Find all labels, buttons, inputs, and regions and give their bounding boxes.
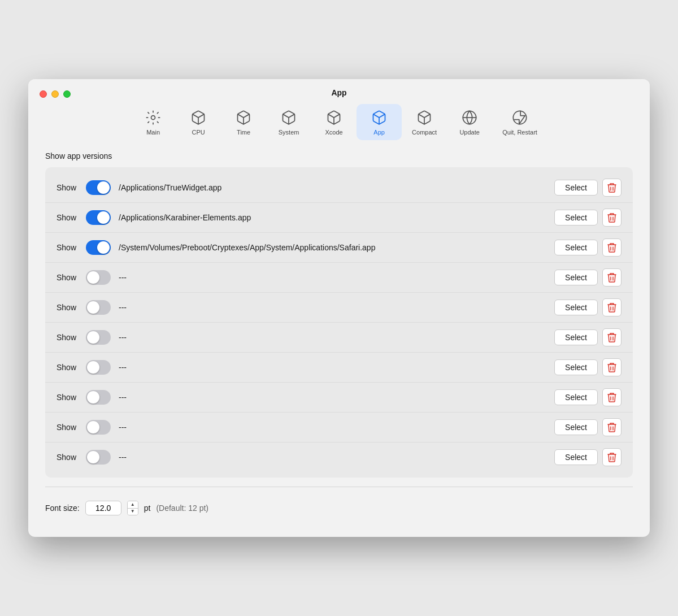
tab-system-label: System <box>279 129 299 136</box>
row-1-select-button[interactable]: Select <box>554 180 598 196</box>
row-8-path: --- <box>119 393 546 402</box>
gear-icon <box>144 109 162 127</box>
app-window: App Main <box>28 79 650 537</box>
row-9-path: --- <box>119 423 546 432</box>
font-size-stepper[interactable]: ▲ ▼ <box>127 501 138 515</box>
row-9-label: Show <box>56 423 78 432</box>
row-10-delete-button[interactable] <box>602 448 621 466</box>
row-9-select-button[interactable]: Select <box>554 419 598 435</box>
section-title: Show app versions <box>45 151 633 160</box>
row-10-toggle[interactable] <box>86 450 111 465</box>
content-area: Show app versions Show /Applications/Tru… <box>28 140 650 537</box>
tab-quit-restart-label: Quit, Restart <box>502 129 537 136</box>
row-8-toggle[interactable] <box>86 390 111 405</box>
minimize-button[interactable] <box>51 90 59 98</box>
divider <box>45 487 633 487</box>
tab-cpu[interactable]: CPU <box>176 104 221 140</box>
row-3-actions: Select <box>554 238 621 257</box>
row-7-delete-button[interactable] <box>602 358 621 376</box>
row-5-path: --- <box>119 303 546 312</box>
cpu-cube-icon <box>189 109 207 127</box>
row-2-path: /Applications/Karabiner-Elements.app <box>119 213 546 222</box>
row-8-select-button[interactable]: Select <box>554 389 598 405</box>
row-10-path: --- <box>119 453 546 462</box>
row-10-label: Show <box>56 453 78 462</box>
row-7-path: --- <box>119 363 546 372</box>
tab-xcode-label: Xcode <box>325 129 343 136</box>
row-9-toggle[interactable] <box>86 420 111 435</box>
row-4-path: --- <box>119 273 546 282</box>
row-7-select-button[interactable]: Select <box>554 359 598 375</box>
row-5-delete-button[interactable] <box>602 298 621 316</box>
list-item: Show /System/Volumes/Preboot/Cryptexes/A… <box>45 232 633 262</box>
row-3-path: /System/Volumes/Preboot/Cryptexes/App/Sy… <box>119 243 546 252</box>
stepper-up-button[interactable]: ▲ <box>128 501 138 509</box>
svg-point-0 <box>151 116 155 120</box>
row-4-label: Show <box>56 273 78 282</box>
tab-time-label: Time <box>237 129 250 136</box>
row-1-actions: Select <box>554 179 621 197</box>
row-6-select-button[interactable]: Select <box>554 329 598 345</box>
row-2-toggle[interactable] <box>86 210 111 225</box>
tab-app-label: App <box>373 129 385 136</box>
tab-update[interactable]: Update <box>447 104 492 140</box>
list-item: Show --- Select <box>45 442 633 472</box>
row-1-delete-button[interactable] <box>602 179 621 197</box>
tab-quit-restart[interactable]: Quit, Restart <box>492 104 547 140</box>
list-item: Show --- Select <box>45 292 633 322</box>
row-6-toggle[interactable] <box>86 330 111 345</box>
row-6-actions: Select <box>554 328 621 346</box>
maximize-button[interactable] <box>63 90 71 98</box>
window-controls <box>40 90 71 98</box>
toolbar: Main CPU <box>125 104 553 140</box>
row-6-label: Show <box>56 333 78 342</box>
row-9-actions: Select <box>554 418 621 436</box>
row-10-select-button[interactable]: Select <box>554 449 598 465</box>
row-4-delete-button[interactable] <box>602 268 621 287</box>
list-item: Show --- Select <box>45 322 633 352</box>
close-button[interactable] <box>40 90 47 98</box>
row-3-delete-button[interactable] <box>602 238 621 257</box>
row-9-delete-button[interactable] <box>602 418 621 436</box>
row-2-delete-button[interactable] <box>602 209 621 227</box>
row-10-actions: Select <box>554 448 621 466</box>
tab-compact[interactable]: Compact <box>402 104 447 140</box>
row-5-toggle[interactable] <box>86 300 111 315</box>
xcode-cube-icon <box>325 109 343 127</box>
row-7-actions: Select <box>554 358 621 376</box>
row-7-label: Show <box>56 363 78 372</box>
row-2-select-button[interactable]: Select <box>554 210 598 225</box>
font-default-text: (Default: 12 pt) <box>156 504 208 513</box>
tab-xcode[interactable]: Xcode <box>311 104 357 140</box>
tab-main-label: Main <box>146 129 160 136</box>
font-size-row: Font size: 12.0 ▲ ▼ pt (Default: 12 pt) <box>45 496 633 520</box>
row-3-select-button[interactable]: Select <box>554 240 598 255</box>
list-item: Show --- Select <box>45 352 633 382</box>
row-2-actions: Select <box>554 209 621 227</box>
row-5-select-button[interactable]: Select <box>554 300 598 315</box>
tab-app[interactable]: App <box>357 104 402 140</box>
tab-main[interactable]: Main <box>131 104 176 140</box>
row-7-toggle[interactable] <box>86 360 111 375</box>
list-item: Show /Applications/TrueWidget.app Select <box>45 173 633 202</box>
tab-system[interactable]: System <box>266 104 311 140</box>
tab-cpu-label: CPU <box>192 129 205 136</box>
time-cube-icon <box>234 109 253 127</box>
row-3-toggle[interactable] <box>86 240 111 255</box>
window-title: App <box>331 88 346 97</box>
row-6-delete-button[interactable] <box>602 328 621 346</box>
row-2-label: Show <box>56 213 78 222</box>
row-4-toggle[interactable] <box>86 270 111 285</box>
app-cube-icon <box>370 109 388 127</box>
stepper-down-button[interactable]: ▼ <box>128 509 138 515</box>
row-4-select-button[interactable]: Select <box>554 270 598 285</box>
svg-point-9 <box>513 111 526 124</box>
row-8-delete-button[interactable] <box>602 388 621 406</box>
font-size-input[interactable]: 12.0 <box>85 501 121 515</box>
tab-update-label: Update <box>459 129 479 136</box>
compact-cube-icon <box>415 109 433 127</box>
row-1-label: Show <box>56 183 78 192</box>
app-list: Show /Applications/TrueWidget.app Select… <box>45 167 633 478</box>
row-1-toggle[interactable] <box>86 180 111 195</box>
tab-time[interactable]: Time <box>221 104 266 140</box>
